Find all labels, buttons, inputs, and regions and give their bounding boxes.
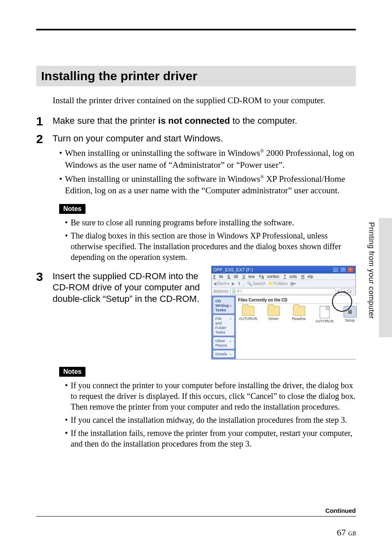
t: Search — [253, 281, 266, 286]
minimize-button[interactable]: _ — [332, 267, 339, 273]
continued-rule — [36, 516, 356, 517]
bullet-dot: • — [65, 217, 71, 228]
side-file-folder-tasks[interactable]: File and Folder Tasks⌄ — [213, 315, 234, 336]
window-title: DPP_EX5_EX7 (F:) — [213, 267, 253, 272]
bullet: • If you connect the printer to your com… — [65, 380, 356, 412]
step-number: 3 — [36, 270, 53, 305]
bullet-dot: • — [65, 230, 71, 262]
menu-help[interactable]: Help — [301, 274, 313, 279]
page-content: Installing the printer driver Install th… — [36, 66, 356, 452]
explorer-window: DPP_EX5_EX7 (F:) _ □ × File Edit View Fa… — [211, 266, 356, 359]
note-text: If you cancel the installation midway, d… — [71, 415, 347, 425]
address-input[interactable]: 💿 F:\ — [230, 288, 336, 294]
go-button[interactable]: ➡ Go — [341, 288, 354, 294]
address-bar: Address 💿 F:\ ▾ ➡ Go — [212, 287, 355, 296]
up-button[interactable]: ⬆ — [238, 281, 241, 286]
t: When installing or uninstalling the soft… — [65, 174, 260, 184]
menu-file[interactable]: File — [213, 274, 223, 279]
icon-label: AUTORUN — [315, 319, 333, 323]
views-button[interactable]: ▦▾ — [290, 281, 296, 286]
bullet: • When installing or uninstalling the so… — [59, 147, 356, 171]
chevron-icon: ⌄ — [229, 303, 232, 307]
notes-block-2: • If you connect the printer to your com… — [65, 380, 356, 449]
bullet: • The dialog boxes in this section are t… — [65, 230, 356, 262]
icon-label: AUTORUN — [239, 317, 257, 321]
top-rule — [36, 29, 356, 30]
file-autorun-inf[interactable]: AUTORUN — [315, 306, 334, 323]
note-text: If you connect the printer to your compu… — [71, 380, 356, 412]
bullet: • If you cancel the installation midway,… — [65, 415, 356, 425]
address-label: Address — [213, 289, 228, 294]
folder-icon — [267, 306, 280, 316]
bullet: • Be sure to close all running programs … — [65, 217, 356, 228]
step3-row: 3 Insert the supplied CD-ROM into the CD… — [36, 266, 356, 359]
step1-post: to the computer. — [230, 116, 297, 126]
file-autorun[interactable]: AUTORUN — [238, 306, 258, 323]
step-2: 2 Turn on your computer and start Window… — [36, 132, 356, 146]
note-text: The dialog boxes in this section are tho… — [71, 230, 356, 262]
menu-favorites[interactable]: Favorites — [259, 274, 279, 279]
file-readme[interactable]: Readme — [289, 306, 309, 323]
maximize-button[interactable]: □ — [340, 267, 346, 273]
step-number: 1 — [36, 114, 53, 128]
forward-button[interactable]: ▶ — [232, 281, 235, 286]
bullet-dot: • — [59, 173, 65, 197]
step3-left: 3 Insert the supplied CD-ROM into the CD… — [36, 266, 204, 306]
window-buttons: _ □ × — [332, 267, 354, 273]
side-other-places[interactable]: Other Places⌄ — [213, 337, 234, 349]
t: Folders — [274, 281, 288, 286]
address-dropdown[interactable]: ▾ — [337, 289, 339, 294]
toolbar: ◀ Back ▾ ▶ ⬆ | 🔍 Search 📁 Folders ▦▾ — [212, 280, 355, 287]
intro-text: Install the printer driver contained on … — [53, 95, 356, 106]
bullet: • When installing or uninstalling the so… — [59, 173, 356, 197]
window-titlebar: DPP_EX5_EX7 (F:) _ □ × — [212, 266, 355, 273]
setup-icon: 🖥 — [344, 306, 357, 317]
bullet: • If the installation fails, remove the … — [65, 428, 356, 449]
bullet-dot: • — [65, 380, 71, 412]
notes-block-1: • Be sure to close all running programs … — [65, 217, 356, 262]
step-title: Make sure that the printer is not connec… — [53, 114, 297, 128]
explorer-main: Files Currently on the CD AUTORUN Driver… — [236, 296, 362, 359]
file-icon — [320, 306, 330, 318]
file-icons: AUTORUN Driver Readme AUTORUN 🖥Setup — [238, 306, 360, 323]
folder-icon — [293, 306, 305, 316]
t: File and Folder Tasks — [215, 316, 229, 334]
folder-icon — [242, 306, 254, 316]
back-button[interactable]: ◀ Back ▾ — [213, 281, 229, 286]
step1-bold: is not connected — [158, 116, 230, 126]
group-header: Files Currently on the CD — [238, 297, 360, 303]
step-title: Insert the supplied CD-ROM into the CD-R… — [53, 270, 204, 305]
side-cd-tasks[interactable]: CD Writing Tasks⌄ — [213, 297, 234, 313]
bullet-dot: • — [65, 428, 71, 449]
folders-button[interactable]: 📁 Folders — [268, 281, 288, 286]
explorer-sidebar: CD Writing Tasks⌄ File and Folder Tasks⌄… — [212, 296, 236, 359]
chevron-icon: ⌄ — [229, 338, 232, 348]
step-1: 1 Make sure that the printer is not conn… — [36, 114, 356, 128]
menubar: File Edit View Favorites Tools Help — [212, 273, 355, 280]
close-button[interactable]: × — [347, 267, 354, 273]
side-tab-bg — [379, 218, 392, 337]
t: F:\ — [237, 289, 242, 294]
bullet-text: When installing or uninstalling the soft… — [65, 173, 356, 197]
note-text: If the installation fails, remove the pr… — [71, 428, 356, 449]
t: Other Places — [215, 338, 229, 348]
step1-pre: Make sure that the printer — [53, 116, 158, 126]
menu-edit[interactable]: Edit — [228, 274, 238, 279]
t: Go — [347, 289, 352, 294]
bullet-text: When installing or uninstalling the soft… — [65, 147, 356, 171]
search-button[interactable]: 🔍 Search — [247, 281, 266, 286]
page-region: GB — [348, 531, 356, 537]
file-setup[interactable]: 🖥Setup — [340, 306, 360, 323]
chevron-icon: ⌄ — [229, 316, 232, 334]
notes-label: Notes — [59, 367, 85, 377]
menu-tools[interactable]: Tools — [284, 274, 297, 279]
explorer-body: CD Writing Tasks⌄ File and Folder Tasks⌄… — [212, 296, 355, 359]
side-details[interactable]: Details⌄ — [213, 350, 234, 357]
t: CD Writing Tasks — [215, 299, 229, 312]
menu-view[interactable]: View — [242, 274, 255, 279]
file-driver[interactable]: Driver — [264, 306, 284, 323]
icon-label: Setup — [345, 318, 355, 322]
t: When installing or uninstalling the soft… — [65, 148, 260, 158]
page-num-value: 67 — [337, 527, 346, 537]
note-text: Be sure to close all running programs be… — [71, 217, 294, 228]
